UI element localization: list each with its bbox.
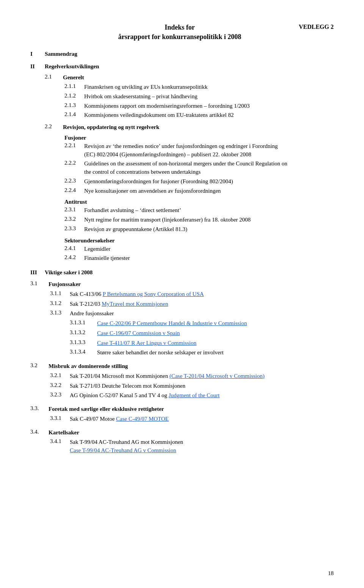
link-3-4-1[interactable]: Case T-99/04 AC-Treuhand AG v Commission: [70, 447, 176, 453]
num-2-4-1: 2.4.1: [64, 245, 84, 253]
num-2-1-1: 2.1.1: [64, 83, 84, 91]
main-title-line1: Indeks for: [61, 23, 299, 32]
link-3-3-1[interactable]: Case C-49/07 MOTOE: [116, 416, 169, 422]
sektorundersokelser-label: Sektorundersøkelser: [64, 237, 334, 244]
text-3-2-3: AG Opinion C-52/07 Kanal 5 and TV 4 og J…: [70, 391, 220, 400]
row-2-2-2: 2.2.2 Guidelines on the assessment of no…: [64, 160, 334, 176]
section-I: I Sammendrag: [30, 51, 334, 57]
row-2-1-3: 2.1.3 Kommisjonens rapport om moderniser…: [64, 102, 334, 110]
link-3-1-3-1[interactable]: Case C-202/06 P Cementbouw Handel & Indu…: [97, 319, 247, 328]
row-3-1-3-4: 3.1.3.4 Større saker behandlet der norsk…: [70, 349, 334, 357]
text-2-3-2: Nytt regime for maritim transport (linje…: [84, 216, 251, 224]
row-3-3: 3.3. Foretak med særlige eller eksklusiv…: [30, 405, 334, 413]
main-title-line2: årsrapport for konkurransepolitikk i 200…: [61, 32, 299, 42]
text-3-3-1: Sak C-49/07 Motoe Case C-49/07 MOTOE: [70, 415, 169, 423]
link-3-1-2[interactable]: MyTravel mot Kommisjonen: [102, 301, 168, 307]
row-2-4-1: 2.4.1 Legemidler: [64, 245, 334, 253]
text-3-1-1: Sak C-413/06 P Bertelsmann og Sony Corpo…: [70, 290, 204, 299]
num-2-2-1: 2.2.1: [64, 142, 84, 159]
row-3-1-3-2: 3.1.3.2 Case C-196/07 Commission v Spain: [70, 329, 334, 338]
row-3-1: 3.1 Fusjonssaker: [30, 280, 334, 289]
row-2-2-3: 2.2.3 Gjennomføringsforordningen for fus…: [64, 178, 334, 186]
row-3-2-3: 3.2.3 AG Opinion C-52/07 Kanal 5 and TV …: [50, 391, 334, 400]
text-2-1-3: Kommisjonens rapport om moderniseringsre…: [84, 102, 250, 110]
row-3-1-3: 3.1.3 Andre fusjonssaker: [50, 310, 334, 318]
row-2-4-2: 2.4.2 Finansielle tjenester: [64, 254, 334, 263]
text-2-1-4: Kommisjonens veiledingsdokument om EU-tr…: [84, 111, 234, 119]
num-3-3: 3.3.: [30, 405, 49, 413]
section-I-title: Sammendrag: [45, 51, 77, 57]
text-2-3-3: Revisjon av gruppeunntakene (Artikkel 81…: [84, 225, 187, 234]
num-3-1-3-2: 3.1.3.2: [70, 329, 97, 338]
num-2-1-2: 2.1.2: [64, 93, 84, 101]
text-2-1-2: Hvitbok om skadeserstatning – privat hån…: [84, 93, 198, 101]
link-3-1-3-2[interactable]: Case C-196/07 Commission v Spain: [97, 329, 180, 338]
section-III-content: Viktige saker i 2008: [45, 269, 334, 276]
num-2-1-3: 2.1.3: [64, 102, 84, 110]
row-3-2: 3.2 Misbruk av dominerende stilling: [30, 362, 334, 371]
num-3-1-3: 3.1.3: [50, 310, 70, 318]
num-3-2-1: 3.2.1: [50, 372, 70, 380]
num-3-1-3-3: 3.1.3.3: [70, 339, 97, 347]
row-2-2-4: 2.2.4 Nye konsultasjoner om anvendelsen …: [64, 187, 334, 195]
num-3-1-3-4: 3.1.3.4: [70, 349, 97, 357]
num-2-1-4: 2.1.4: [64, 111, 84, 119]
section-I-content: Sammendrag: [45, 51, 334, 57]
row-3-4-1: 3.4.1 Sak T-99/04 AC-Treuhand AG mot Kom…: [50, 438, 334, 455]
num-3-1-3-1: 3.1.3.1: [70, 319, 97, 328]
title-3-3: Foretak med særlige eller eksklusive ret…: [49, 405, 164, 413]
text-2-2-3: Gjennomføringsforordningen for fusjoner …: [84, 178, 233, 186]
text-3-1-3-4: Større saker behandlet der norske selska…: [97, 349, 224, 357]
row-2-2-1: 2.2.1 Revisjon av ‘the remedies notice’ …: [64, 142, 334, 159]
row-2-1: 2.1 Generelt: [45, 74, 334, 82]
row-2-1-4: 2.1.4 Kommisjonens veiledingsdokument om…: [64, 111, 334, 119]
num-2-2-3: 2.2.3: [64, 178, 84, 186]
section-II: II Regelverksutviklingen 2.1 Generelt 2.…: [30, 63, 334, 263]
title-3-1: Fusjonssaker: [49, 280, 81, 289]
page-header: Indeks for årsrapport for konkurransepol…: [30, 23, 334, 42]
title-3-4: Kartellsaker: [49, 429, 79, 437]
num-3-4: 3.4.: [30, 429, 49, 437]
section-II-content: Regelverksutviklingen 2.1 Generelt 2.1.1…: [45, 63, 334, 263]
section-3-4-block: 3.4. Kartellsaker 3.4.1 Sak T-99/04 AC-T…: [30, 429, 334, 455]
roman-II-label: II: [30, 63, 45, 263]
row-3-1-3-1: 3.1.3.1 Case C-202/06 P Cementbouw Hande…: [70, 319, 334, 328]
section-III-title: Viktige saker i 2008: [45, 269, 93, 276]
num-2-3-2: 2.3.2: [64, 216, 84, 224]
text-3-1-2: Sak T-212/03 MyTravel mot Kommisjonen: [70, 300, 168, 308]
row-3-2-2: 3.2.2 Sak T-271/03 Deutche Telecom mot K…: [50, 382, 334, 390]
section-III: III Viktige saker i 2008: [30, 269, 334, 276]
link-3-1-1[interactable]: P Bertelsmann og Sony Corporation of USA: [103, 291, 204, 297]
row-3-1-2: 3.1.2 Sak T-212/03 MyTravel mot Kommisjo…: [50, 300, 334, 308]
row-2-3-2: 2.3.2 Nytt regime for maritim transport …: [64, 216, 334, 224]
num-3-2-3: 3.2.3: [50, 391, 70, 400]
num-2-4-2: 2.4.2: [64, 254, 84, 263]
num-2-3-3: 2.3.3: [64, 225, 84, 234]
num-2-1: 2.1: [45, 74, 63, 82]
text-2-3-1: Forhandlet avslutning – ‘direct settleme…: [84, 206, 181, 215]
section-3-2-block: 3.2 Misbruk av dominerende stilling 3.2.…: [30, 362, 334, 400]
num-3-3-1: 3.3.1: [50, 415, 70, 423]
num-2-2-2: 2.2.2: [64, 160, 84, 176]
roman-III-label: III: [30, 269, 45, 276]
link-3-1-3-3[interactable]: Case T-411/07 R Aer Lingus v Commission: [97, 339, 196, 347]
num-2-2: 2.2: [45, 123, 63, 132]
title-3-2: Misbruk av dominerende stilling: [49, 362, 128, 371]
link-3-2-3[interactable]: Judgment of the Court: [169, 392, 220, 398]
vedlegg-badge: VEDLEGG 2: [299, 23, 334, 30]
text-3-1-3: Andre fusjonssaker: [70, 310, 114, 318]
row-2-3-1: 2.3.1 Forhandlet avslutning – ‘direct se…: [64, 206, 334, 215]
text-3-2-1: Sak T-201/04 Microsoft mot Kommisjonen (…: [70, 372, 265, 380]
num-3-1-2: 3.1.2: [50, 300, 70, 308]
text-2-2-4: Nye konsultasjoner om anvendelsen av fus…: [84, 187, 221, 195]
section-3-3-block: 3.3. Foretak med særlige eller eksklusiv…: [30, 405, 334, 423]
link-3-2-1[interactable]: (Case T-201/04 Microsoft v Commission): [169, 373, 265, 379]
row-3-1-1: 3.1.1 Sak C-413/06 P Bertelsmann og Sony…: [50, 290, 334, 299]
num-3-4-1: 3.4.1: [50, 438, 70, 455]
roman-I-label: I: [30, 51, 45, 57]
row-2-3-3: 2.3.3 Revisjon av gruppeunntakene (Artik…: [64, 225, 334, 234]
row-2-2: 2.2 Revisjon, oppdatering og nytt regelv…: [45, 123, 334, 132]
num-2-3-1: 2.3.1: [64, 206, 84, 215]
page-number: 18: [328, 570, 334, 577]
num-2-2-4: 2.2.4: [64, 187, 84, 195]
